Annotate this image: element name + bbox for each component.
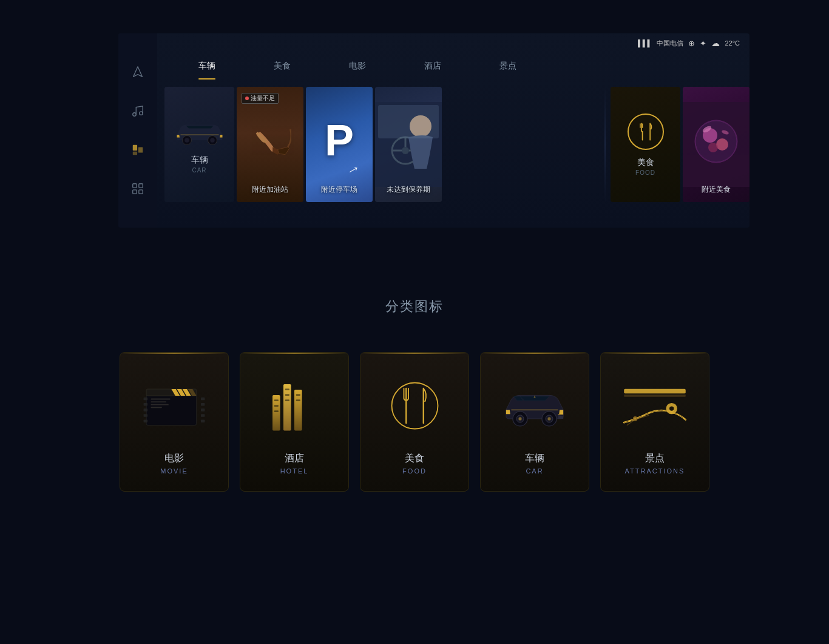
svg-rect-54	[296, 394, 300, 396]
svg-rect-53	[285, 399, 289, 401]
movie-label-en: MOVIE	[160, 467, 188, 475]
tab-hotel[interactable]: 酒店	[395, 53, 470, 80]
temperature-text: 22°C	[725, 39, 740, 47]
svg-rect-50	[274, 410, 279, 412]
svg-point-10	[184, 138, 189, 143]
svg-rect-44	[201, 419, 205, 422]
status-bar: ▌▌▌ 中国电信 ⊕ ✦ ☁ 22°C	[638, 33, 749, 53]
category-card-car[interactable]: 车辆 CAR	[480, 352, 589, 492]
car-sub-cards: 油量不足 附近加油站 P → 附近停车场	[237, 87, 602, 220]
car-main-card[interactable]: 车辆 CAR	[164, 87, 234, 202]
category-section: 电影 MOVIE	[96, 352, 733, 492]
tab-attractions[interactable]: 景点	[470, 53, 546, 80]
tab-navigation: 车辆 美食 电影 酒店 景点	[157, 53, 749, 80]
svg-point-0	[133, 113, 137, 117]
svg-point-12	[210, 138, 215, 143]
svg-rect-46	[283, 384, 291, 431]
svg-rect-37	[144, 408, 147, 412]
badge-dot-icon	[245, 97, 249, 100]
svg-rect-48	[274, 399, 279, 401]
car-main-label-en: CAR	[192, 167, 206, 174]
movie-icon-area	[138, 370, 211, 442]
signal-icon: ▌▌▌	[638, 39, 652, 47]
svg-rect-7	[133, 190, 137, 194]
food-main-card[interactable]: 美食 FOOD	[611, 87, 680, 202]
svg-rect-41	[201, 403, 205, 406]
svg-rect-39	[144, 419, 147, 422]
svg-point-66	[547, 417, 550, 420]
attractions-label-en: ATTRACTIONS	[625, 467, 685, 475]
svg-rect-35	[144, 398, 147, 401]
car-cat-label-cn: 车辆	[525, 452, 544, 465]
svg-rect-51	[285, 388, 289, 390]
food-cat-label-en: FOOD	[402, 467, 427, 475]
bluetooth-icon: ✦	[700, 39, 706, 48]
hotel-icon-area	[258, 370, 331, 442]
svg-rect-47	[294, 390, 302, 431]
svg-rect-40	[201, 398, 205, 401]
category-card-attractions[interactable]: 景点 ATTRACTIONS	[600, 352, 709, 492]
svg-point-1	[140, 112, 143, 115]
section-title: 分类图标	[385, 297, 444, 316]
tab-food[interactable]: 美食	[245, 53, 320, 80]
movie-label-cn: 电影	[164, 452, 184, 465]
food-main-label-cn: 美食	[637, 157, 654, 168]
svg-rect-42	[201, 408, 205, 412]
car-cat-label-en: CAR	[526, 467, 543, 475]
music-sidebar-icon[interactable]	[129, 103, 146, 120]
parking-card-label: 附近停车场	[306, 185, 373, 195]
svg-rect-6	[139, 184, 143, 188]
svg-point-24	[716, 138, 728, 151]
car-main-label-cn: 车辆	[191, 155, 208, 166]
svg-rect-32	[151, 401, 167, 402]
apps-sidebar-icon[interactable]	[129, 180, 146, 197]
svg-point-70	[669, 406, 674, 410]
svg-rect-52	[285, 394, 289, 396]
nearby-food-label: 附近美食	[683, 185, 749, 195]
food-main-label-en: FOOD	[635, 169, 655, 176]
gas-badge: 油量不足	[242, 93, 279, 104]
category-card-food[interactable]: 美食 FOOD	[360, 352, 469, 492]
navigation-sidebar-icon[interactable]	[129, 64, 146, 81]
svg-rect-4	[133, 152, 137, 155]
svg-rect-49	[274, 405, 279, 407]
gas-station-card[interactable]: 油量不足 附近加油站	[237, 87, 303, 202]
svg-rect-2	[133, 145, 137, 151]
food-section: 美食 FOOD	[611, 87, 749, 220]
tab-car[interactable]: 车辆	[169, 53, 245, 80]
svg-rect-20	[378, 105, 439, 138]
gas-card-label: 附近加油站	[237, 185, 303, 195]
svg-rect-38	[144, 414, 147, 417]
svg-rect-67	[624, 389, 686, 393]
svg-rect-68	[624, 395, 686, 397]
svg-point-15	[402, 147, 409, 154]
svg-rect-3	[138, 147, 143, 152]
tab-movie[interactable]: 电影	[320, 53, 395, 80]
weather-icon: ☁	[711, 38, 720, 48]
category-card-movie[interactable]: 电影 MOVIE	[120, 352, 229, 492]
food-cat-icon-area	[378, 370, 451, 442]
svg-rect-34	[151, 407, 162, 408]
svg-point-56	[391, 383, 438, 429]
food-icon	[628, 114, 664, 150]
svg-rect-43	[201, 414, 205, 417]
svg-rect-33	[151, 404, 169, 405]
category-card-hotel[interactable]: 酒店 HOTEL	[240, 352, 349, 492]
nearby-food-card[interactable]: 附近美食	[683, 87, 749, 202]
car-cat-icon-area	[498, 370, 571, 442]
carrier-text: 中国电信	[657, 39, 683, 48]
svg-rect-8	[139, 190, 143, 194]
svg-rect-36	[144, 403, 147, 406]
news-sidebar-icon[interactable]	[129, 141, 146, 158]
maintenance-card[interactable]: 未达到保养期	[375, 87, 442, 202]
hotel-label-en: HOTEL	[280, 467, 309, 475]
svg-rect-55	[296, 399, 300, 401]
svg-point-25	[708, 143, 718, 152]
content-area: 车辆 CAR	[157, 80, 749, 228]
attractions-label-cn: 景点	[645, 452, 665, 465]
food-cat-label-cn: 美食	[405, 452, 424, 465]
parking-card[interactable]: P → 附近停车场	[306, 87, 373, 202]
svg-point-22	[695, 120, 737, 163]
svg-point-63	[518, 417, 521, 420]
sidebar	[118, 33, 157, 228]
